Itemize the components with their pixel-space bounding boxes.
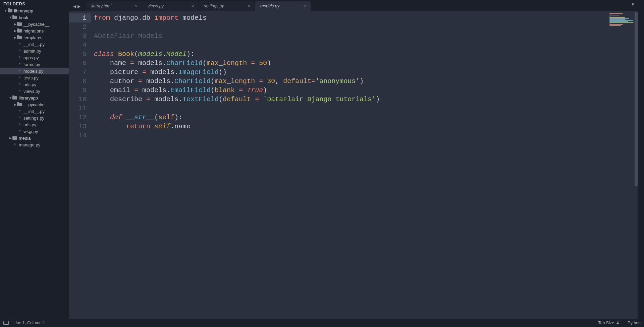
scrollbar-thumb[interactable]	[635, 12, 638, 186]
nav-back-icon[interactable]: ◀	[73, 4, 76, 9]
line-number[interactable]: 13	[69, 122, 87, 131]
tree-file[interactable]: /*tests.py	[0, 74, 69, 81]
tab-close-icon[interactable]: ×	[191, 4, 194, 9]
file-icon: /*	[12, 143, 17, 147]
folder-tree[interactable]: ▼libraryapp▼book▶__pycache__▶migrations▶…	[0, 7, 69, 319]
toggle-panel-icon[interactable]	[3, 321, 9, 325]
tree-file[interactable]: /*settings.py	[0, 115, 69, 121]
tree-folder[interactable]: ▶__pycache__	[0, 21, 69, 27]
token: =	[239, 86, 243, 94]
tab-label: settings.py	[204, 4, 245, 8]
tree-file[interactable]: /*urls.py	[0, 121, 69, 128]
line-number[interactable]: 10	[69, 95, 87, 104]
line-number[interactable]: 4	[69, 41, 87, 50]
code-line[interactable]: from django.db import models	[94, 13, 638, 22]
tree-folder[interactable]: ▶media	[0, 135, 69, 141]
tree-folder[interactable]: ▶migrations	[0, 27, 69, 34]
line-number[interactable]: 7	[69, 68, 87, 77]
folder-icon	[17, 36, 22, 39]
tree-file[interactable]: /*admin.py	[0, 48, 69, 54]
line-number[interactable]: 1	[69, 13, 91, 22]
tree-file[interactable]: /*urls.py	[0, 81, 69, 88]
code-line[interactable]	[94, 41, 638, 50]
token: ()	[219, 68, 227, 76]
tree-file[interactable]: /*forms.py	[0, 61, 69, 68]
line-number[interactable]: 11	[69, 104, 87, 113]
code-line[interactable]: email = models.EmailField(blank = True)	[94, 86, 638, 95]
tab-label: library.html	[91, 4, 132, 8]
tree-item-label: __pycache__	[23, 22, 49, 27]
tree-folder[interactable]: ▼book	[0, 14, 69, 21]
token: models.	[146, 68, 178, 76]
code-line[interactable]: author = models.CharField(max_length = 3…	[94, 77, 638, 86]
code-line[interactable]: describe = models.TextField(default = 'D…	[94, 95, 638, 104]
tab[interactable]: settings.py×	[199, 1, 254, 11]
tab-close-icon[interactable]: ×	[135, 4, 138, 9]
code-line[interactable]	[94, 131, 638, 140]
editor-scrollbar[interactable]	[634, 11, 638, 319]
token: models.	[150, 95, 182, 103]
cursor-position[interactable]: Line 1, Column 1	[13, 321, 45, 325]
token	[94, 114, 110, 121]
tree-file[interactable]: /*views.py	[0, 88, 69, 94]
tree-item-label: libraryapp	[19, 95, 38, 101]
tree-folder[interactable]: ▼libraryapp	[0, 94, 69, 101]
tree-folder[interactable]: ▶templates	[0, 34, 69, 41]
code-line[interactable]: #DataFlair Models	[94, 31, 638, 41]
token: ):	[186, 50, 195, 58]
code-content[interactable]: from django.db import models #DataFlair …	[91, 11, 638, 319]
file-icon: /*	[17, 116, 22, 120]
code-line[interactable]: picture = models.ImageField()	[94, 68, 638, 77]
tab[interactable]: library.html×	[86, 1, 142, 11]
tab[interactable]: views.py×	[142, 1, 198, 11]
token: models.	[142, 77, 174, 85]
code-line[interactable]	[94, 22, 638, 31]
tab-overflow-icon[interactable]: ▼	[631, 2, 635, 7]
line-number[interactable]: 12	[69, 113, 87, 122]
line-number-gutter[interactable]: 1234567891011121314	[69, 11, 91, 319]
tab-history-nav: ◀ ▶	[71, 4, 86, 11]
tab-bar: ◀ ▶ library.html×views.py×settings.py×mo…	[69, 0, 638, 11]
tab-size-indicator[interactable]: Tab Size: 4	[598, 321, 619, 325]
tree-item-label: models.py	[23, 69, 43, 74]
tree-folder[interactable]: ▶__pycache__	[0, 101, 69, 108]
code-line[interactable]: class Book(models.Model):	[94, 50, 638, 59]
chevron-down-icon[interactable]: ▼	[9, 96, 12, 100]
token: Book	[118, 50, 134, 58]
chevron-right-icon[interactable]: ▶	[9, 136, 12, 140]
tree-file[interactable]: /*__init__.py	[0, 108, 69, 115]
line-number[interactable]: 6	[69, 59, 87, 68]
tree-file[interactable]: /*manage.py	[0, 141, 69, 148]
tree-file[interactable]: /*apps.py	[0, 54, 69, 61]
code-line[interactable]: name = models.CharField(max_length = 50)	[94, 59, 638, 68]
tree-file[interactable]: /*__init__.py	[0, 41, 69, 48]
syntax-indicator[interactable]: Python	[628, 321, 641, 325]
chevron-right-icon[interactable]: ▶	[13, 36, 17, 39]
nav-forward-icon[interactable]: ▶	[77, 4, 80, 9]
token: Model	[166, 50, 186, 58]
chevron-down-icon[interactable]: ▼	[9, 16, 12, 19]
tree-file[interactable]: /*wsgi.py	[0, 128, 69, 135]
code-line[interactable]: return self.name	[94, 122, 638, 131]
line-number[interactable]: 9	[69, 86, 87, 95]
line-number[interactable]: 2	[69, 22, 87, 31]
tree-file[interactable]: /*models.py	[0, 68, 69, 74]
token	[247, 59, 251, 67]
tree-folder[interactable]: ▼libraryapp	[0, 7, 69, 14]
chevron-down-icon[interactable]: ▼	[4, 9, 7, 12]
token: (	[219, 95, 223, 103]
line-number[interactable]: 5	[69, 50, 87, 59]
line-number[interactable]: 3	[69, 31, 87, 41]
tab-close-icon[interactable]: ×	[248, 4, 250, 9]
token: models	[138, 50, 162, 58]
code-line[interactable]: def __str__(self):	[94, 113, 638, 122]
chevron-right-icon[interactable]: ▶	[13, 103, 17, 106]
line-number[interactable]: 8	[69, 77, 87, 86]
chevron-right-icon[interactable]: ▶	[13, 29, 17, 32]
code-view: 1234567891011121314 from django.db impor…	[69, 11, 638, 319]
tab-close-icon[interactable]: ×	[304, 4, 307, 9]
line-number[interactable]: 14	[69, 131, 87, 140]
tab[interactable]: models.py×	[255, 1, 311, 11]
code-line[interactable]	[94, 104, 638, 113]
chevron-right-icon[interactable]: ▶	[13, 22, 17, 26]
